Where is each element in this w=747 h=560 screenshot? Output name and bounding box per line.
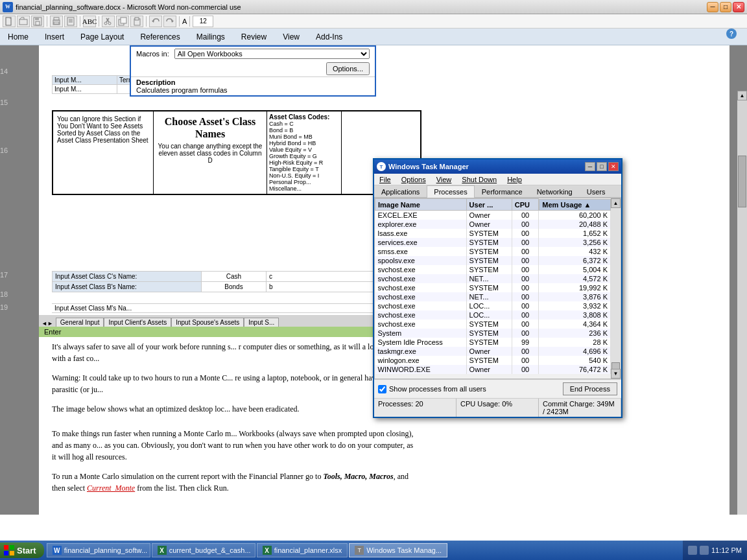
tm-menu-help[interactable]: Help — [502, 176, 527, 183]
tab-review[interactable]: Review — [233, 29, 275, 45]
sheet-tab-spouse[interactable]: Input Spouse's Assets — [171, 318, 244, 327]
process-row[interactable]: System Idle Process SYSTEM 99 28 K — [375, 338, 611, 347]
process-row[interactable]: winlogon.exe SYSTEM 00 540 K — [375, 356, 611, 365]
process-row[interactable]: services.exe SYSTEM 00 3,256 K — [375, 238, 611, 247]
start-button[interactable]: Start — [0, 542, 44, 558]
asset-codes-title: Asset Class Codes: — [269, 113, 339, 121]
tm-tab-users[interactable]: Users — [580, 185, 613, 198]
row-18: 18 — [0, 290, 10, 298]
tm-tab-performance[interactable]: Performance — [475, 185, 530, 198]
tab-page-layout[interactable]: Page Layout — [73, 29, 132, 45]
toolbar-btn-print[interactable] — [50, 16, 63, 27]
proc-cpu: 00 — [512, 347, 539, 356]
proc-cpu: 00 — [512, 320, 539, 329]
process-row[interactable]: explorer.exe Owner 00 20,488 K — [375, 220, 611, 229]
start-label: Start — [17, 546, 36, 555]
taskbar-item-excel1[interactable]: X current_budget_&_cash... — [152, 543, 255, 557]
process-row[interactable]: System SYSTEM 00 236 K — [375, 329, 611, 338]
tm-menu-options[interactable]: Options — [396, 176, 431, 183]
scroll-up-button[interactable]: ▲ — [737, 91, 747, 100]
process-row[interactable]: WINWORD.EXE Owner 00 76,472 K — [375, 365, 611, 374]
macros-in-select[interactable]: All Open Workbooks — [174, 49, 370, 59]
tm-menu-view[interactable]: View — [431, 176, 457, 183]
proc-cpu: 00 — [512, 356, 539, 365]
scroll-thumb[interactable] — [738, 156, 746, 207]
taskbar: Start W financial_planning_softw... X cu… — [0, 541, 747, 560]
proc-name: EXCEL.EXE — [375, 211, 467, 220]
col-image-name[interactable]: Image Name — [375, 199, 467, 211]
asset-code-4: Hybrid Bond = HB — [269, 140, 339, 146]
tm-tab-networking[interactable]: Networking — [530, 185, 580, 198]
tm-status-bar: Processes: 20 CPU Usage: 0% Commit Charg… — [374, 398, 621, 417]
tm-maximize-button[interactable]: □ — [597, 162, 607, 171]
process-row[interactable]: svchost.exe SYSTEM 00 5,004 K — [375, 265, 611, 274]
process-table-scrollbar[interactable]: ▲ ▼ — [611, 198, 621, 379]
tab-insert[interactable]: Insert — [37, 29, 73, 45]
sheet-tab-general[interactable]: General Input — [56, 318, 104, 327]
close-button[interactable]: ✕ — [733, 2, 744, 12]
process-row[interactable]: taskmgr.exe Owner 00 4,696 K — [375, 347, 611, 356]
tm-menu-file[interactable]: File — [374, 176, 396, 183]
asset-code-9: Non-U.S. Equity = I — [269, 172, 339, 179]
sheet-tab-client[interactable]: Input Client's Assets — [104, 318, 171, 327]
sheet-nav-left[interactable]: ◄ — [42, 320, 47, 327]
tab-mailings[interactable]: Mailings — [189, 29, 233, 45]
taskbar-item-taskmgr[interactable]: T Windows Task Manag... — [349, 543, 447, 557]
show-all-processes-checkbox[interactable]: Show processes from all users — [378, 385, 486, 393]
tm-minimize-button[interactable]: ─ — [585, 162, 595, 171]
tm-tab-processes[interactable]: Processes — [427, 185, 474, 198]
process-row[interactable]: svchost.exe NET... 00 4,572 K — [375, 274, 611, 283]
help-button[interactable]: ? — [726, 29, 737, 39]
tab-home[interactable]: Home — [0, 29, 37, 45]
maximize-button[interactable]: □ — [720, 2, 731, 12]
toolbar-sep-2 — [80, 16, 80, 27]
tm-menu-shutdown[interactable]: Shut Down — [456, 176, 502, 183]
process-row[interactable]: lsass.exe SYSTEM 00 1,652 K — [375, 229, 611, 238]
toolbar-btn-paste[interactable] — [130, 16, 143, 27]
asset-choose-sub: You can change anything except the eleve… — [158, 143, 263, 164]
svg-point-16 — [108, 22, 111, 25]
toolbar-btn-copy[interactable] — [116, 16, 129, 27]
taskbar-item-word[interactable]: W financial_planning_softw... — [47, 543, 150, 557]
tab-addins[interactable]: Add-Ins — [308, 29, 351, 45]
process-row[interactable]: svchost.exe LOC... 00 3,808 K — [375, 310, 611, 320]
doc-vertical-scrollbar[interactable]: ▲ ▼ — [737, 91, 747, 515]
toolbar-btn-save[interactable] — [31, 16, 44, 27]
proc-name: svchost.exe — [375, 283, 467, 292]
col-user[interactable]: User ... — [466, 199, 512, 211]
process-row[interactable]: spoolsv.exe SYSTEM 00 6,372 K — [375, 256, 611, 265]
col-mem-usage[interactable]: Mem Usage ▲ — [539, 199, 610, 211]
show-all-checkbox-input[interactable] — [378, 385, 386, 393]
toolbar-btn-cut[interactable] — [102, 16, 115, 27]
toolbar-btn-preview[interactable] — [64, 16, 77, 27]
taskbar-item-excel2[interactable]: X financial_planner.xlsx — [257, 543, 348, 557]
font-size-input[interactable]: 12 — [193, 16, 213, 27]
process-row[interactable]: smss.exe SYSTEM 00 432 K — [375, 247, 611, 256]
proc-name: svchost.exe — [375, 310, 467, 320]
proc-name: svchost.exe — [375, 320, 467, 329]
toolbar-btn-spell[interactable]: ABC — [83, 16, 96, 27]
end-process-button[interactable]: End Process — [563, 382, 617, 395]
col-cpu[interactable]: CPU — [512, 199, 539, 211]
sheet-nav-right[interactable]: ► — [47, 320, 53, 327]
sheet-tab-extra[interactable]: Input S... — [244, 318, 279, 327]
toolbar-btn-redo[interactable] — [163, 16, 176, 27]
tm-tab-applications[interactable]: Applications — [374, 185, 427, 198]
toolbar-btn-new[interactable] — [3, 16, 16, 27]
svg-rect-25 — [4, 551, 8, 555]
tm-tab-users-label: Users — [587, 188, 606, 196]
process-scroll-up[interactable]: ▲ — [611, 198, 621, 208]
toolbar-btn-undo[interactable] — [149, 16, 162, 27]
process-row[interactable]: svchost.exe SYSTEM 00 19,992 K — [375, 283, 611, 292]
tab-references[interactable]: References — [132, 29, 188, 45]
process-row[interactable]: EXCEL.EXE Owner 00 60,200 K — [375, 211, 611, 220]
options-button[interactable]: Options... — [326, 62, 370, 75]
toolbar-btn-open[interactable] — [17, 16, 30, 27]
minimize-button[interactable]: ─ — [707, 2, 718, 12]
process-row[interactable]: svchost.exe LOC... 00 3,932 K — [375, 301, 611, 310]
process-row[interactable]: svchost.exe SYSTEM 00 4,364 K — [375, 320, 611, 329]
tab-view[interactable]: View — [275, 29, 308, 45]
process-scroll-down[interactable]: ▼ — [611, 369, 621, 379]
tm-close-button[interactable]: ✕ — [608, 162, 619, 171]
process-row[interactable]: svchost.exe NET... 00 3,876 K — [375, 292, 611, 301]
